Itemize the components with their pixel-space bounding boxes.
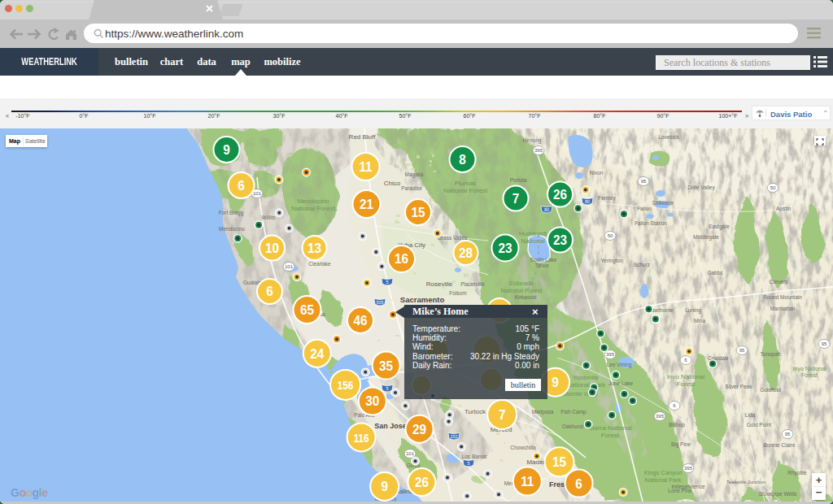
svg-text:7: 7 <box>512 190 520 206</box>
svg-text:95: 95 <box>822 341 827 346</box>
svg-text:9: 9 <box>381 479 388 494</box>
svg-text:6: 6 <box>238 177 245 193</box>
svg-text:11: 11 <box>521 473 534 489</box>
svg-text:7: 7 <box>499 406 506 422</box>
svg-text:Folsom: Folsom <box>449 290 466 296</box>
svg-text:65: 65 <box>300 302 314 317</box>
svg-text:Carvers: Carvers <box>770 279 789 285</box>
svg-text:Tonopah: Tonopah <box>761 351 781 358</box>
svg-text:National Park: National Park <box>566 381 606 389</box>
svg-text:Bonnie Claire: Bonnie Claire <box>763 442 795 448</box>
svg-text:Humboldt: Humboldt <box>519 230 547 237</box>
svg-text:Round Mountain: Round Mountain <box>763 294 802 300</box>
svg-text:16: 16 <box>395 251 408 267</box>
svg-text:Gabbs: Gabbs <box>707 270 723 276</box>
svg-text:116: 116 <box>354 432 369 445</box>
svg-text:Goldfield: Goldfield <box>760 387 781 393</box>
svg-text:Magalia: Magalia <box>405 172 424 178</box>
svg-text:Silver Peak: Silver Peak <box>726 384 753 389</box>
svg-text:Sacramento: Sacramento <box>400 295 445 304</box>
svg-text:15: 15 <box>552 454 566 469</box>
svg-text:30: 30 <box>365 393 379 409</box>
svg-text:Red Bluff: Red Bluff <box>349 133 377 141</box>
svg-text:Yosemite: Yosemite <box>573 374 600 381</box>
svg-text:Forest: Forest <box>801 372 818 378</box>
svg-text:Inyo National: Inyo National <box>793 366 826 372</box>
svg-text:Fish Camp: Fish Camp <box>560 409 587 415</box>
svg-text:Mendocino: Mendocino <box>219 226 245 232</box>
svg-text:Placerville: Placerville <box>460 281 485 287</box>
svg-text:6: 6 <box>575 476 582 491</box>
svg-text:Sierra National: Sierra National <box>589 424 632 432</box>
svg-text:24: 24 <box>310 345 324 361</box>
svg-text:6: 6 <box>266 284 273 299</box>
svg-text:Mendocino: Mendocino <box>297 198 329 205</box>
svg-text:Lida: Lida <box>745 412 756 418</box>
svg-text:Inyo National: Inyo National <box>667 373 705 380</box>
svg-text:Eastgate: Eastgate <box>709 224 730 230</box>
svg-text:Stillwater: Stillwater <box>652 200 674 206</box>
svg-text:26: 26 <box>553 186 567 202</box>
svg-text:Luning: Luning <box>685 307 701 314</box>
svg-text:Mariposa: Mariposa <box>532 409 554 415</box>
svg-text:June Lake: June Lake <box>608 380 633 386</box>
svg-text:Gold Point: Gold Point <box>747 422 772 428</box>
svg-text:28: 28 <box>459 245 473 260</box>
svg-text:Herlong: Herlong <box>523 137 542 144</box>
svg-text:Coaldale: Coaldale <box>708 355 729 361</box>
svg-text:101: 101 <box>285 264 294 269</box>
svg-text:Los Banos: Los Banos <box>462 454 487 459</box>
svg-text:80: 80 <box>585 199 590 204</box>
svg-text:23: 23 <box>553 232 567 247</box>
svg-text:Fort Bragg: Fort Bragg <box>219 210 244 216</box>
svg-text:National Forest: National Forest <box>443 187 488 194</box>
svg-text:Schurz: Schurz <box>634 262 650 267</box>
svg-text:Stovepipe Wells: Stovepipe Wells <box>759 491 797 497</box>
svg-text:Forest: Forest <box>601 432 620 439</box>
svg-text:Nixon: Nixon <box>590 170 604 176</box>
svg-text:Mina: Mina <box>694 318 705 324</box>
svg-text:Manhattan: Manhattan <box>770 306 796 311</box>
svg-text:50: 50 <box>770 185 776 190</box>
svg-text:National Forest: National Forest <box>501 287 543 294</box>
svg-text:Oakhurst: Oakhurst <box>562 424 584 429</box>
svg-text:Tahoe: Tahoe <box>534 263 549 268</box>
svg-text:101: 101 <box>253 191 262 196</box>
svg-text:Big Pine: Big Pine <box>671 441 691 448</box>
svg-text:395: 395 <box>534 148 543 153</box>
svg-text:5: 5 <box>386 386 388 391</box>
svg-text:Chico: Chico <box>384 180 401 187</box>
svg-text:Teakettle Junction: Teakettle Junction <box>726 480 765 484</box>
svg-text:395: 395 <box>684 466 693 471</box>
svg-text:80: 80 <box>544 207 549 212</box>
svg-text:Willits: Willits <box>262 215 277 220</box>
svg-text:Grass Valley: Grass Valley <box>438 235 468 241</box>
svg-text:95: 95 <box>641 179 647 184</box>
svg-text:National: National <box>521 237 545 245</box>
svg-text:Dixie Valley: Dixie Valley <box>687 185 715 191</box>
svg-text:Fallon: Fallon <box>637 206 652 211</box>
svg-text:152: 152 <box>450 434 457 439</box>
svg-text:Kirkwood: Kirkwood <box>515 294 537 300</box>
svg-text:Fallon Station: Fallon Station <box>635 220 667 226</box>
svg-text:Forest: Forest <box>677 380 696 388</box>
svg-text:21: 21 <box>360 196 373 211</box>
svg-text:35: 35 <box>379 358 393 373</box>
svg-text:Lovelock: Lovelock <box>658 134 679 140</box>
svg-text:395: 395 <box>606 352 615 357</box>
svg-text:9: 9 <box>552 374 559 389</box>
svg-text:San Jose: San Jose <box>374 422 407 430</box>
svg-text:Clearlake: Clearlake <box>308 261 331 267</box>
svg-text:Fernley: Fernley <box>598 195 616 202</box>
svg-text:Paradise: Paradise <box>401 185 422 191</box>
svg-text:8: 8 <box>459 151 466 167</box>
svg-text:South Lake: South Lake <box>530 257 557 263</box>
svg-text:Roseville: Roseville <box>426 280 453 288</box>
svg-text:15: 15 <box>411 204 425 219</box>
svg-text:101: 101 <box>406 451 415 456</box>
svg-text:5: 5 <box>386 280 388 285</box>
svg-text:Plumas: Plumas <box>455 180 477 187</box>
svg-text:5: 5 <box>467 461 469 466</box>
svg-text:Lee Vining: Lee Vining <box>607 362 632 368</box>
svg-text:23: 23 <box>498 240 512 255</box>
